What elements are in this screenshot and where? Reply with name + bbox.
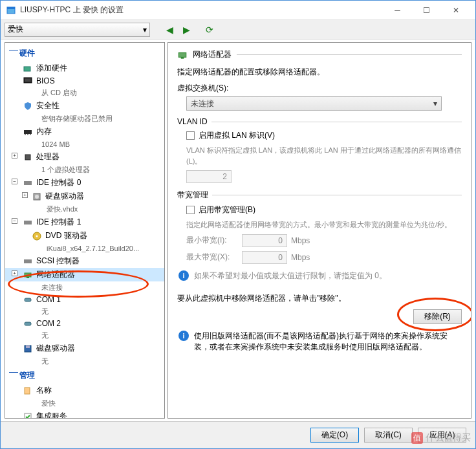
max-bandwidth-label: 最大带宽(X):	[186, 252, 238, 263]
expand-icon[interactable]: +	[12, 153, 17, 159]
dialog-footer: 确定(O) 取消(C) 应用(A)	[1, 421, 475, 448]
close-button[interactable]: ✕	[441, 1, 470, 19]
tree-memory[interactable]: 内存	[5, 125, 164, 138]
svg-rect-6	[25, 134, 26, 135]
tree-com1[interactable]: COM 1	[5, 294, 164, 305]
settings-window: LIUSPY-HTPC 上 爱快 的设置 ─ ☐ ✕ 爱快 ▾ ◀ ▶ ⟳ 硬件…	[0, 0, 476, 449]
refresh-button[interactable]: ⟳	[203, 23, 216, 36]
svg-rect-4	[25, 79, 30, 82]
tree-dvd-detail: iKuai8_x64_2.7.12_Build20...	[5, 243, 164, 254]
hdd-icon	[32, 192, 41, 201]
tree-com2-detail: 无	[5, 329, 164, 342]
max-bandwidth-input	[242, 251, 287, 264]
titlebar: LIUSPY-HTPC 上 爱快 的设置 ─ ☐ ✕	[1, 1, 475, 20]
vswitch-label: 虚拟交换机(S):	[177, 83, 462, 94]
vlan-id-input	[186, 170, 232, 183]
info-icon: i	[178, 270, 189, 281]
controller-icon	[23, 218, 32, 227]
svg-rect-22	[26, 345, 30, 348]
svg-rect-23	[25, 388, 30, 394]
tree-network-detail: 未连接	[5, 281, 164, 294]
cancel-button[interactable]: 取消(C)	[364, 428, 413, 443]
expand-icon[interactable]: +	[12, 270, 17, 276]
tree-floppy-detail: 无	[5, 355, 164, 367]
vlan-section-label: VLAN ID	[177, 117, 208, 126]
vswitch-select[interactable]: 未连接 ▾	[186, 96, 442, 111]
tag-icon	[23, 386, 32, 395]
dvd-icon	[32, 232, 41, 241]
services-icon	[23, 412, 32, 419]
bandwidth-checkbox[interactable]	[186, 206, 195, 214]
com-port-icon	[23, 295, 32, 304]
tree-hdd[interactable]: +硬盘驱动器	[5, 190, 164, 203]
ok-button[interactable]: 确定(O)	[310, 428, 359, 443]
tree-bios[interactable]: BIOS	[5, 75, 164, 87]
maximize-button[interactable]: ☐	[412, 1, 441, 19]
tree-floppy[interactable]: 磁盘驱动器	[5, 342, 164, 355]
floppy-icon	[23, 344, 32, 353]
svg-rect-10	[24, 181, 32, 185]
settings-panel: 网络适配器 指定网络适配器的配置或移除网络适配器。 虚拟交换机(S): 未连接 …	[168, 42, 471, 419]
panel-title: 网络适配器	[193, 49, 232, 60]
controller-icon	[23, 179, 32, 188]
svg-point-12	[35, 195, 39, 199]
add-hardware-icon	[23, 64, 32, 73]
tree-scsi[interactable]: SCSI 控制器	[5, 254, 164, 268]
tree-name[interactable]: 名称	[5, 384, 164, 397]
cpu-icon	[23, 153, 32, 162]
tree-security-detail: 密钥存储驱动器已禁用	[5, 113, 164, 125]
svg-rect-17	[25, 273, 31, 277]
category-management: 管理	[5, 367, 164, 384]
svg-rect-18	[27, 277, 29, 278]
panel-description: 指定网络适配器的配置或移除网络适配器。	[177, 67, 462, 78]
memory-icon	[23, 127, 32, 137]
controller-icon	[23, 257, 32, 266]
expand-icon[interactable]: +	[22, 192, 28, 198]
network-icon	[177, 50, 188, 60]
window-title: LIUSPY-HTPC 上 爱快 的设置	[20, 5, 383, 16]
vlan-checkbox-label: 启用虚拟 LAN 标识(V)	[199, 130, 275, 141]
bandwidth-checkbox-label: 启用带宽管理(B)	[199, 204, 255, 215]
tree-security[interactable]: 安全性	[5, 99, 164, 113]
tree-dvd[interactable]: DVD 驱动器	[5, 229, 164, 243]
category-hardware: 硬件	[5, 45, 164, 61]
tree-ide0[interactable]: −IDE 控制器 0	[5, 176, 164, 190]
svg-rect-1	[7, 7, 15, 9]
svg-rect-2	[24, 67, 30, 71]
bandwidth-section-label: 带宽管理	[177, 190, 208, 201]
tree-memory-detail: 1024 MB	[5, 138, 164, 150]
app-icon	[6, 5, 16, 16]
tree-network-adapter[interactable]: +网络适配器	[5, 268, 164, 281]
tree-add-hardware[interactable]: 添加硬件	[5, 61, 164, 75]
bandwidth-hint: 指定此网络适配器使用网络带宽的方式。最小带宽和最大带宽的测量单位为兆位/秒。	[186, 219, 462, 230]
nav-prev-button[interactable]: ◀	[163, 23, 176, 36]
svg-rect-7	[27, 134, 28, 135]
bandwidth-info: 如果不希望对最小值或最大值进行限制，请指定值为 0。	[194, 270, 387, 281]
vm-selector[interactable]: 爱快 ▾	[5, 23, 150, 37]
vlan-checkbox[interactable]	[186, 131, 195, 140]
remove-button[interactable]: 移除(R)	[413, 309, 462, 324]
collapse-icon[interactable]: −	[12, 179, 17, 184]
tree-integration[interactable]: 集成服务	[5, 410, 164, 419]
tree-ide1[interactable]: −IDE 控制器 1	[5, 215, 164, 229]
svg-rect-27	[178, 52, 186, 57]
apply-button[interactable]: 应用(A)	[418, 428, 466, 443]
hardware-tree[interactable]: 硬件 添加硬件 BIOS 从 CD 启动 安全性 密钥存储驱动器已禁用 内存 1…	[5, 42, 165, 419]
legacy-info: 使用旧版网络适配器(而不是该网络适配器)执行基于网络的来宾操作系统安装，或者在来…	[194, 331, 462, 353]
tree-cpu[interactable]: +处理器	[5, 150, 164, 164]
min-bandwidth-input	[242, 234, 287, 247]
tree-name-detail: 爱快	[5, 397, 164, 410]
collapse-icon[interactable]: −	[12, 218, 17, 224]
svg-rect-20	[25, 322, 31, 325]
svg-point-15	[36, 235, 38, 237]
tree-com2[interactable]: COM 2	[5, 318, 164, 329]
vlan-hint: VLAN 标识符指定虚拟 LAN，该虚拟机将此 LAN 用于通过此网络适配器的所…	[186, 145, 462, 166]
svg-rect-5	[24, 130, 32, 134]
svg-rect-13	[24, 221, 32, 224]
nav-next-button[interactable]: ▶	[180, 23, 193, 36]
tree-com1-detail: 无	[5, 305, 164, 318]
chevron-down-icon: ▾	[143, 25, 147, 34]
minimize-button[interactable]: ─	[383, 1, 412, 19]
com-port-icon	[23, 319, 32, 328]
chevron-down-icon: ▾	[433, 99, 437, 108]
